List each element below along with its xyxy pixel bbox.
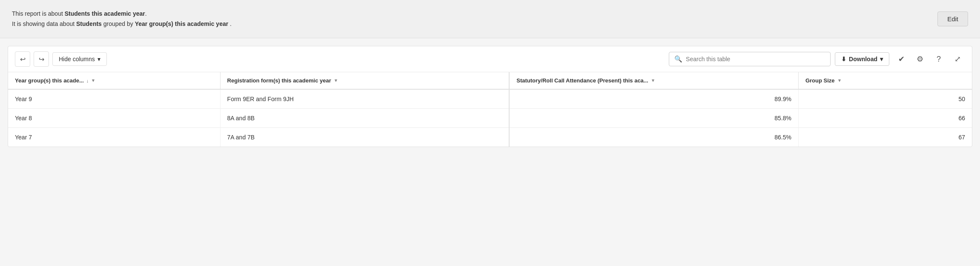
cell-reg-form: 7A and 7B (220, 128, 509, 147)
col-year-group-label: Year group(s) this acade... (15, 77, 84, 84)
hide-columns-button[interactable]: Hide columns ▾ (52, 52, 107, 66)
download-arrow-icon: ⬇ (841, 56, 846, 62)
search-input[interactable] (686, 56, 825, 62)
cell-attendance: 89.9% (509, 89, 798, 109)
table-row: Year 9 Form 9ER and Form 9JH 89.9% 50 (8, 89, 972, 109)
banner-yeargroup-bold: Year group(s) this academic year (135, 20, 228, 27)
cell-year-group: Year 9 (8, 89, 220, 109)
table-section: ↩ ↪ Hide columns ▾ 🔍 ⬇ Download ▾ ✔ ⚙ (8, 46, 972, 147)
help-icon: ? (937, 55, 941, 64)
cell-attendance: 86.5% (509, 128, 798, 147)
gear-button[interactable]: ⚙ (912, 51, 928, 67)
gear-icon: ⚙ (917, 54, 923, 64)
data-table: Year group(s) this acade... ↓ ▾ Registra… (8, 72, 972, 147)
col-reg-form-label: Registration form(s) this academic year (227, 77, 331, 84)
cell-attendance: 85.8% (509, 109, 798, 128)
undo-button[interactable]: ↩ (15, 51, 30, 67)
help-button[interactable]: ? (931, 51, 946, 67)
check-icon: ✔ (898, 54, 905, 64)
cell-year-group: Year 7 (8, 128, 220, 147)
toolbar-left: ↩ ↪ Hide columns ▾ (15, 51, 107, 67)
hide-columns-chevron-icon: ▾ (97, 56, 100, 62)
banner-line2-mid: grouped by (102, 20, 135, 27)
col-header-attendance[interactable]: Statutory/Roll Call Attendance (Present)… (509, 72, 798, 89)
banner-students-bold: Students this academic year (65, 10, 145, 17)
col-group-size-label: Group Size (805, 77, 835, 84)
info-banner: This report is about Students this acade… (0, 0, 980, 38)
edit-button[interactable]: Edit (937, 11, 968, 26)
download-label: Download (849, 56, 877, 62)
check-button[interactable]: ✔ (894, 51, 909, 67)
col-header-year-group[interactable]: Year group(s) this acade... ↓ ▾ (8, 72, 220, 89)
cell-reg-form: 8A and 8B (220, 109, 509, 128)
cell-reg-form: Form 9ER and Form 9JH (220, 89, 509, 109)
banner-line2-pre: It is showing data about (12, 20, 76, 27)
expand-icon: ⤢ (954, 54, 961, 64)
table-header-row: Year group(s) this acade... ↓ ▾ Registra… (8, 72, 972, 89)
cell-year-group: Year 8 (8, 109, 220, 128)
download-button[interactable]: ⬇ Download ▾ (835, 52, 889, 66)
cell-group-size: 67 (798, 128, 972, 147)
col-header-reg-form[interactable]: Registration form(s) this academic year … (220, 72, 509, 89)
hide-columns-label: Hide columns (59, 56, 95, 62)
banner-line1-pre: This report is about (12, 10, 65, 17)
toolbar-right: ✔ ⚙ ? ⤢ (894, 51, 965, 67)
banner-text: This report is about Students this acade… (12, 9, 232, 29)
banner-line2: It is showing data about Students groupe… (12, 19, 232, 29)
banner-line2-post: . (228, 20, 232, 27)
table-row: Year 8 8A and 8B 85.8% 66 (8, 109, 972, 128)
table-row: Year 7 7A and 7B 86.5% 67 (8, 128, 972, 147)
col-year-group-dropdown-icon: ▾ (92, 78, 95, 83)
cell-group-size: 66 (798, 109, 972, 128)
search-icon: 🔍 (674, 55, 682, 63)
banner-students-bold2: Students (76, 20, 102, 27)
banner-line1-post: . (145, 10, 147, 17)
col-attendance-dropdown-icon: ▾ (652, 78, 654, 83)
col-group-size-dropdown-icon: ▾ (838, 78, 841, 83)
redo-button[interactable]: ↪ (34, 51, 49, 67)
search-wrapper[interactable]: 🔍 (669, 52, 831, 66)
col-reg-form-dropdown-icon: ▾ (335, 78, 337, 83)
expand-button[interactable]: ⤢ (950, 51, 965, 67)
banner-line1: This report is about Students this acade… (12, 9, 232, 19)
toolbar: ↩ ↪ Hide columns ▾ 🔍 ⬇ Download ▾ ✔ ⚙ (8, 46, 972, 72)
download-chevron-icon: ▾ (880, 56, 883, 62)
sort-asc-icon: ↓ (86, 78, 89, 83)
col-header-group-size[interactable]: Group Size ▾ (798, 72, 972, 89)
cell-group-size: 50 (798, 89, 972, 109)
col-attendance-label: Statutory/Roll Call Attendance (Present)… (516, 77, 648, 84)
